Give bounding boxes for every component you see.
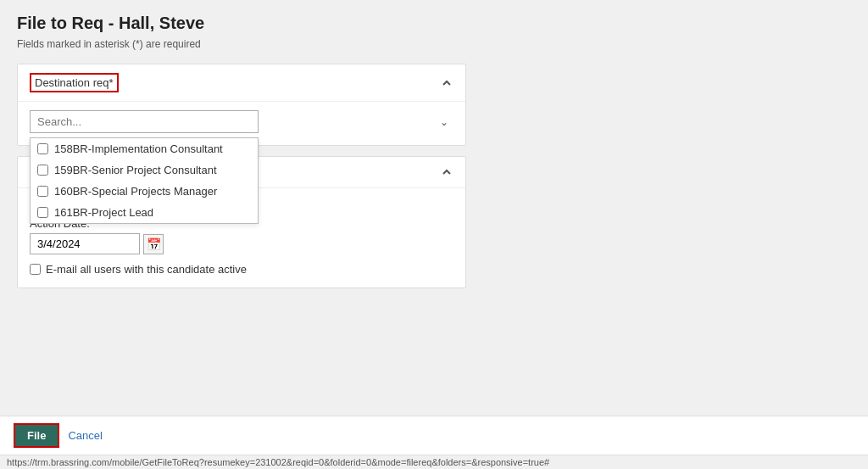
search-container: ⌄ 158BR-Implementation Consultant 159BR-… [30, 110, 453, 133]
calendar-icon[interactable]: 📅 [143, 234, 164, 254]
item3-checkbox[interactable] [37, 186, 48, 197]
file-button[interactable]: File [14, 423, 59, 448]
list-item[interactable]: 159BR-Senior Project Consultant [31, 159, 258, 181]
email-label: E-mail all users with this candidate act… [46, 263, 247, 276]
search-input[interactable] [30, 110, 259, 133]
dropdown-list: 158BR-Implementation Consultant 159BR-Se… [30, 137, 259, 224]
email-checkbox[interactable] [30, 264, 41, 275]
action-date-input[interactable] [30, 233, 140, 254]
destination-req-label-border: Destination req* [30, 73, 119, 92]
footer: File Cancel [0, 416, 868, 455]
search-chevron-icon: ⌄ [440, 116, 448, 128]
email-row: E-mail all users with this candidate act… [30, 263, 453, 276]
status-bar: https://trm.brassring.com/mobile/GetFile… [0, 455, 868, 469]
list-item[interactable]: 161BR-Project Lead [31, 202, 258, 223]
item1-checkbox[interactable] [37, 143, 48, 154]
destination-req-body: ⌄ 158BR-Implementation Consultant 159BR-… [18, 102, 465, 145]
item2-label: 159BR-Senior Project Consultant [54, 164, 217, 176]
item4-label: 161BR-Project Lead [54, 206, 153, 219]
destination-req-header: Destination req* [18, 64, 465, 102]
destination-req-label: Destination req [35, 76, 108, 89]
main-content: File to Req - Hall, Steve Fields marked … [0, 0, 868, 416]
required-note: Fields marked in asterisk (*) are requir… [17, 38, 851, 50]
required-star: * [108, 76, 113, 89]
page-title: File to Req - Hall, Steve [17, 14, 851, 33]
destination-req-section: Destination req* ⌄ 158BR-Implementation … [17, 64, 466, 146]
cancel-link[interactable]: Cancel [68, 429, 102, 442]
list-item[interactable]: 160BR-Special Projects Manager [31, 181, 258, 202]
item4-checkbox[interactable] [37, 207, 48, 218]
item2-checkbox[interactable] [37, 165, 48, 176]
date-input-row: 📅 [30, 233, 453, 254]
list-item[interactable]: 158BR-Implementation Consultant [31, 138, 258, 159]
item3-label: 160BR-Special Projects Manager [54, 185, 217, 198]
item1-label: 158BR-Implementation Consultant [54, 142, 223, 155]
destination-req-title: Destination req* [30, 73, 119, 92]
collapse-chevron-icon[interactable] [440, 76, 453, 90]
options-collapse-chevron-icon[interactable] [440, 165, 453, 179]
